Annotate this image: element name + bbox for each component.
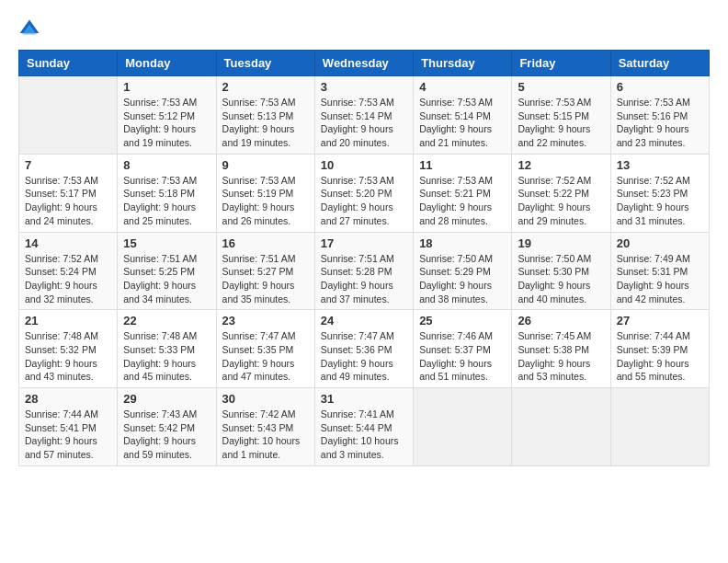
day-number: 14 (25, 236, 111, 250)
day-info: Sunrise: 7:51 AMSunset: 5:28 PMDaylight:… (321, 252, 407, 306)
calendar-week-1: 1Sunrise: 7:53 AMSunset: 5:12 PMDaylight… (19, 76, 710, 155)
calendar-cell: 17Sunrise: 7:51 AMSunset: 5:28 PMDayligh… (314, 232, 413, 310)
day-info: Sunrise: 7:50 AMSunset: 5:30 PMDaylight:… (518, 252, 604, 306)
calendar-cell (414, 388, 512, 466)
calendar-cell: 30Sunrise: 7:42 AMSunset: 5:43 PMDayligh… (216, 388, 314, 466)
calendar-cell: 18Sunrise: 7:50 AMSunset: 5:29 PMDayligh… (414, 232, 512, 310)
weekday-header-monday: Monday (118, 51, 216, 76)
day-info: Sunrise: 7:53 AMSunset: 5:12 PMDaylight:… (123, 96, 210, 150)
calendar-cell: 27Sunrise: 7:44 AMSunset: 5:39 PMDayligh… (610, 310, 709, 388)
calendar-header-row: SundayMondayTuesdayWednesdayThursdayFrid… (19, 51, 710, 76)
day-number: 16 (222, 236, 309, 250)
day-info: Sunrise: 7:49 AMSunset: 5:31 PMDaylight:… (617, 252, 703, 306)
calendar-cell: 28Sunrise: 7:44 AMSunset: 5:41 PMDayligh… (19, 388, 118, 466)
calendar-cell: 2Sunrise: 7:53 AMSunset: 5:13 PMDaylight… (216, 76, 314, 155)
day-number: 4 (419, 80, 506, 94)
day-info: Sunrise: 7:53 AMSunset: 5:13 PMDaylight:… (222, 96, 309, 150)
calendar-cell: 21Sunrise: 7:48 AMSunset: 5:32 PMDayligh… (19, 310, 118, 388)
day-info: Sunrise: 7:53 AMSunset: 5:14 PMDaylight:… (321, 96, 407, 150)
calendar-cell: 6Sunrise: 7:53 AMSunset: 5:16 PMDaylight… (610, 76, 709, 155)
day-number: 1 (123, 80, 210, 94)
day-number: 24 (321, 314, 407, 327)
logo (18, 18, 44, 40)
day-number: 21 (25, 314, 111, 327)
day-info: Sunrise: 7:52 AMSunset: 5:24 PMDaylight:… (25, 252, 111, 306)
day-info: Sunrise: 7:53 AMSunset: 5:15 PMDaylight:… (518, 96, 604, 150)
weekday-header-tuesday: Tuesday (216, 51, 314, 76)
calendar-cell: 3Sunrise: 7:53 AMSunset: 5:14 PMDaylight… (314, 76, 413, 155)
calendar-cell: 11Sunrise: 7:53 AMSunset: 5:21 PMDayligh… (414, 154, 512, 232)
day-info: Sunrise: 7:48 AMSunset: 5:32 PMDaylight:… (25, 329, 111, 384)
day-number: 5 (518, 80, 604, 94)
calendar-cell (610, 388, 709, 466)
calendar: SundayMondayTuesdayWednesdayThursdayFrid… (18, 50, 710, 466)
day-number: 18 (419, 236, 506, 250)
calendar-cell: 31Sunrise: 7:41 AMSunset: 5:44 PMDayligh… (314, 388, 413, 466)
day-number: 20 (617, 236, 703, 250)
calendar-cell: 20Sunrise: 7:49 AMSunset: 5:31 PMDayligh… (610, 232, 709, 310)
weekday-header-sunday: Sunday (19, 51, 118, 76)
calendar-cell: 9Sunrise: 7:53 AMSunset: 5:19 PMDaylight… (216, 154, 314, 232)
day-info: Sunrise: 7:53 AMSunset: 5:19 PMDaylight:… (222, 174, 309, 228)
day-number: 7 (25, 158, 111, 172)
day-number: 2 (222, 80, 309, 94)
weekday-header-saturday: Saturday (610, 51, 709, 76)
day-info: Sunrise: 7:42 AMSunset: 5:43 PMDaylight:… (222, 408, 309, 462)
day-info: Sunrise: 7:47 AMSunset: 5:35 PMDaylight:… (222, 329, 309, 384)
calendar-cell: 13Sunrise: 7:52 AMSunset: 5:23 PMDayligh… (610, 154, 709, 232)
calendar-week-5: 28Sunrise: 7:44 AMSunset: 5:41 PMDayligh… (19, 388, 710, 466)
calendar-cell (512, 388, 610, 466)
day-number: 29 (123, 392, 210, 406)
calendar-cell: 26Sunrise: 7:45 AMSunset: 5:38 PMDayligh… (512, 310, 610, 388)
day-number: 15 (123, 236, 210, 250)
day-info: Sunrise: 7:45 AMSunset: 5:38 PMDaylight:… (518, 329, 604, 384)
day-info: Sunrise: 7:53 AMSunset: 5:16 PMDaylight:… (617, 96, 703, 150)
calendar-cell: 10Sunrise: 7:53 AMSunset: 5:20 PMDayligh… (314, 154, 413, 232)
calendar-week-3: 14Sunrise: 7:52 AMSunset: 5:24 PMDayligh… (19, 232, 710, 310)
calendar-cell: 16Sunrise: 7:51 AMSunset: 5:27 PMDayligh… (216, 232, 314, 310)
day-number: 17 (321, 236, 407, 250)
day-info: Sunrise: 7:47 AMSunset: 5:36 PMDaylight:… (321, 329, 407, 384)
calendar-cell: 12Sunrise: 7:52 AMSunset: 5:22 PMDayligh… (512, 154, 610, 232)
day-number: 26 (518, 314, 604, 327)
day-number: 28 (25, 392, 111, 406)
day-info: Sunrise: 7:53 AMSunset: 5:20 PMDaylight:… (321, 174, 407, 228)
calendar-cell (19, 76, 118, 155)
calendar-cell: 4Sunrise: 7:53 AMSunset: 5:14 PMDaylight… (414, 76, 512, 155)
weekday-header-thursday: Thursday (414, 51, 512, 76)
day-number: 3 (321, 80, 407, 94)
day-info: Sunrise: 7:50 AMSunset: 5:29 PMDaylight:… (419, 252, 506, 306)
day-number: 22 (123, 314, 210, 327)
calendar-week-4: 21Sunrise: 7:48 AMSunset: 5:32 PMDayligh… (19, 310, 710, 388)
day-number: 31 (321, 392, 407, 406)
day-info: Sunrise: 7:53 AMSunset: 5:21 PMDaylight:… (419, 174, 506, 228)
day-info: Sunrise: 7:41 AMSunset: 5:44 PMDaylight:… (321, 408, 407, 462)
day-number: 8 (123, 158, 210, 172)
calendar-cell: 25Sunrise: 7:46 AMSunset: 5:37 PMDayligh… (414, 310, 512, 388)
day-info: Sunrise: 7:52 AMSunset: 5:23 PMDaylight:… (617, 174, 703, 228)
calendar-cell: 8Sunrise: 7:53 AMSunset: 5:18 PMDaylight… (118, 154, 216, 232)
day-info: Sunrise: 7:43 AMSunset: 5:42 PMDaylight:… (123, 408, 210, 462)
calendar-cell: 22Sunrise: 7:48 AMSunset: 5:33 PMDayligh… (118, 310, 216, 388)
day-info: Sunrise: 7:53 AMSunset: 5:18 PMDaylight:… (123, 174, 210, 228)
weekday-header-friday: Friday (512, 51, 610, 76)
calendar-cell: 1Sunrise: 7:53 AMSunset: 5:12 PMDaylight… (118, 76, 216, 155)
day-number: 19 (518, 236, 604, 250)
day-number: 13 (617, 158, 703, 172)
calendar-cell: 7Sunrise: 7:53 AMSunset: 5:17 PMDaylight… (19, 154, 118, 232)
calendar-cell: 15Sunrise: 7:51 AMSunset: 5:25 PMDayligh… (118, 232, 216, 310)
day-info: Sunrise: 7:53 AMSunset: 5:17 PMDaylight:… (25, 174, 111, 228)
day-number: 6 (617, 80, 703, 94)
day-info: Sunrise: 7:46 AMSunset: 5:37 PMDaylight:… (419, 329, 506, 384)
day-number: 23 (222, 314, 309, 327)
calendar-cell: 23Sunrise: 7:47 AMSunset: 5:35 PMDayligh… (216, 310, 314, 388)
day-info: Sunrise: 7:51 AMSunset: 5:27 PMDaylight:… (222, 252, 309, 306)
day-number: 9 (222, 158, 309, 172)
day-number: 12 (518, 158, 604, 172)
day-number: 27 (617, 314, 703, 327)
day-number: 25 (419, 314, 506, 327)
page-header (18, 18, 710, 40)
day-number: 10 (321, 158, 407, 172)
logo-icon (18, 18, 40, 40)
day-info: Sunrise: 7:44 AMSunset: 5:41 PMDaylight:… (25, 408, 111, 462)
